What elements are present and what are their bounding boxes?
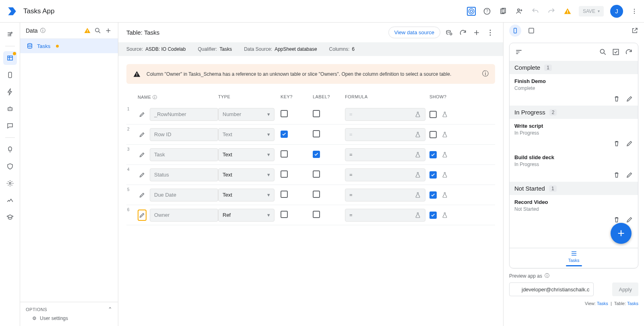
svg-point-1: [469, 8, 474, 14]
warning-icon[interactable]: [563, 6, 572, 16]
svg-text:?: ?: [486, 9, 488, 13]
svg-point-11: [634, 12, 635, 14]
preview-icon[interactable]: [467, 7, 476, 16]
app-title: Tasks App: [23, 7, 55, 15]
svg-point-9: [634, 8, 635, 10]
appsheet-logo: [6, 6, 18, 17]
help-icon[interactable]: ?: [482, 6, 492, 16]
svg-point-10: [634, 10, 635, 12]
save-button[interactable]: SAVE▾: [579, 6, 604, 17]
svg-point-0: [470, 10, 473, 12]
redo-icon[interactable]: [547, 6, 556, 16]
svg-rect-8: [567, 12, 568, 13]
kebab-menu-icon[interactable]: [630, 6, 639, 16]
undo-icon[interactable]: [530, 6, 540, 16]
svg-point-6: [518, 9, 520, 11]
copy-icon[interactable]: [498, 6, 508, 16]
topbar: Tasks App ? SAVE▾ J: [0, 0, 644, 23]
svg-rect-7: [567, 10, 568, 12]
add-user-icon[interactable]: [514, 6, 524, 16]
user-avatar[interactable]: J: [610, 5, 623, 18]
